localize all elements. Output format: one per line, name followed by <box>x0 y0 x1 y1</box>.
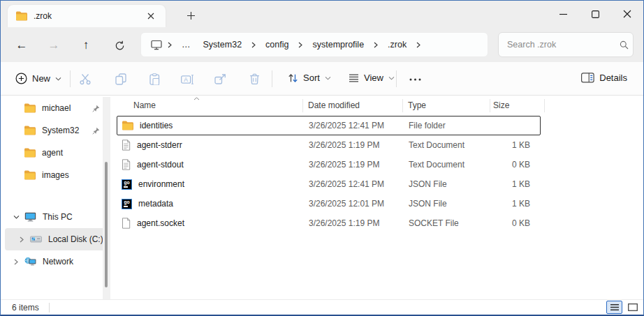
navigation-bar: ← → ↑ … System32 config systemprofile .z… <box>1 27 643 62</box>
column-header-date-modified[interactable]: Date modified <box>308 100 360 110</box>
sidebar-item-system32[interactable]: System32 <box>5 119 110 142</box>
drive-icon <box>30 235 42 243</box>
new-plus-icon <box>15 73 27 84</box>
chevron-right-icon[interactable] <box>16 236 27 243</box>
column-divider[interactable] <box>402 99 403 112</box>
column-divider[interactable] <box>490 99 490 112</box>
sidebar-scrollbar-thumb[interactable] <box>105 162 108 287</box>
explorer-tab[interactable]: .zrok <box>8 5 166 27</box>
this-pc-icon[interactable] <box>151 40 163 50</box>
sidebar-item-label: System32 <box>42 126 92 135</box>
breadcrumb-chevron-icon <box>249 42 258 48</box>
file-row-environment[interactable]: go environment 3/26/2025 12:41 PM JSON F… <box>117 174 541 194</box>
details-view-icon[interactable] <box>606 301 622 314</box>
file-list: Name Date modified Type Size identities … <box>112 96 643 300</box>
file-date-modified: 3/26/2025 12:41 PM <box>303 179 403 189</box>
maximize-icon[interactable] <box>579 1 611 27</box>
sidebar-item-network[interactable]: Network <box>5 250 110 273</box>
back-icon[interactable]: ← <box>10 36 33 54</box>
sort-icon <box>288 73 298 83</box>
chevron-down-icon[interactable] <box>10 215 22 219</box>
sort-button[interactable]: Sort <box>281 68 337 87</box>
file-row-agent-stdout[interactable]: agent-stdout 3/26/2025 1:19 PM Text Docu… <box>117 155 541 174</box>
sidebar-item-label: images <box>42 170 110 180</box>
file-name: metadata <box>138 199 173 209</box>
view-icon <box>349 74 359 82</box>
file-type: File folder <box>403 121 490 130</box>
breadcrumb-chevron-icon <box>166 42 174 48</box>
column-header-type[interactable]: Type <box>408 100 426 110</box>
go-badge-cursor <box>124 186 128 188</box>
view-button[interactable]: View <box>342 68 401 87</box>
new-tab-icon[interactable] <box>181 6 200 24</box>
sidebar-item-local-disk-c[interactable]: Local Disk (C:) <box>5 228 110 250</box>
column-header-name[interactable]: Name <box>133 100 156 110</box>
breadcrumb-collapsed[interactable]: … <box>177 38 196 52</box>
column-divider[interactable] <box>302 99 303 112</box>
window-controls <box>547 1 643 27</box>
breadcrumb-chevron-icon <box>296 42 305 48</box>
refresh-icon[interactable] <box>108 36 131 54</box>
column-header-size[interactable]: Size <box>493 100 509 110</box>
paste-icon[interactable] <box>147 72 162 86</box>
close-icon[interactable] <box>611 1 643 27</box>
delete-icon[interactable] <box>247 72 262 86</box>
go-badge-text: go <box>124 181 129 186</box>
new-button[interactable]: New <box>9 68 68 89</box>
file-date-modified: 3/26/2025 1:19 PM <box>303 218 403 228</box>
chevron-down-icon <box>325 76 331 80</box>
pin-icon <box>92 105 100 112</box>
breadcrumb-item-systemprofile[interactable]: systemprofile <box>307 38 369 52</box>
file-row-metadata[interactable]: go metadata 3/26/2025 12:01 PM JSON File… <box>117 194 541 213</box>
large-icons-view-icon[interactable] <box>624 301 641 314</box>
file-name: environment <box>138 179 184 189</box>
chevron-down-icon <box>55 77 61 81</box>
folder-icon <box>24 103 36 113</box>
share-icon[interactable] <box>212 72 228 86</box>
file-date-modified: 3/26/2025 12:41 PM <box>303 121 403 130</box>
file-name: identities <box>140 121 173 130</box>
folder-icon <box>122 121 133 130</box>
tab-close-icon[interactable] <box>143 8 159 24</box>
details-pane-button[interactable]: Details <box>575 68 634 87</box>
more-icon[interactable] <box>404 72 425 86</box>
cut-icon[interactable] <box>78 72 93 86</box>
breadcrumb-item-system32[interactable]: System32 <box>198 38 247 52</box>
column-divider[interactable] <box>544 99 545 112</box>
file-date-modified: 3/26/2025 12:01 PM <box>303 199 403 209</box>
folder-icon <box>15 11 27 21</box>
sidebar-item-agent[interactable]: agent <box>5 142 110 164</box>
breadcrumb-item-config[interactable]: config <box>261 38 293 52</box>
file-row-agent-socket[interactable]: agent.socket 3/26/2025 1:19 PM SOCKET Fi… <box>117 213 541 233</box>
file-row-agent-stderr[interactable]: agent-stderr 3/26/2025 1:19 PM Text Docu… <box>117 135 541 155</box>
rename-icon[interactable]: A <box>180 72 195 86</box>
sidebar-item-this-pc[interactable]: This PC <box>5 206 110 228</box>
status-bar: 6 items <box>1 299 643 315</box>
up-icon[interactable]: ↑ <box>75 36 97 54</box>
sort-button-label: Sort <box>303 73 320 83</box>
sidebar-item-michael[interactable]: michael <box>5 97 110 119</box>
sidebar-item-label: Network <box>43 257 110 266</box>
toolbar-divider <box>396 70 397 87</box>
file-row-identities[interactable]: identities 3/26/2025 12:41 PM File folde… <box>117 116 541 135</box>
search-icon[interactable] <box>620 40 629 50</box>
file-size: 1 KB <box>490 140 536 150</box>
minimize-icon[interactable] <box>547 1 579 27</box>
explorer-body: michael System32 agent images <box>1 96 643 300</box>
forward-icon[interactable]: → <box>43 36 65 54</box>
chevron-right-icon[interactable] <box>10 259 22 265</box>
file-type: Text Document <box>403 160 490 170</box>
file-date-modified: 3/26/2025 1:19 PM <box>303 160 403 170</box>
copy-icon[interactable] <box>113 72 129 86</box>
details-pane-label: Details <box>599 73 627 83</box>
sidebar-scrollbar-track[interactable] <box>103 97 110 299</box>
go-badge-text: go <box>124 200 129 205</box>
toolbar-divider <box>272 70 272 87</box>
sort-ascending-indicator <box>193 97 200 100</box>
search-input[interactable] <box>507 40 620 50</box>
breadcrumb-item-zrok[interactable]: .zrok <box>383 38 411 52</box>
sidebar-item-images[interactable]: images <box>5 164 110 186</box>
svg-text:A: A <box>184 76 188 83</box>
folder-icon <box>24 148 36 158</box>
file-size: 0 KB <box>490 160 536 170</box>
